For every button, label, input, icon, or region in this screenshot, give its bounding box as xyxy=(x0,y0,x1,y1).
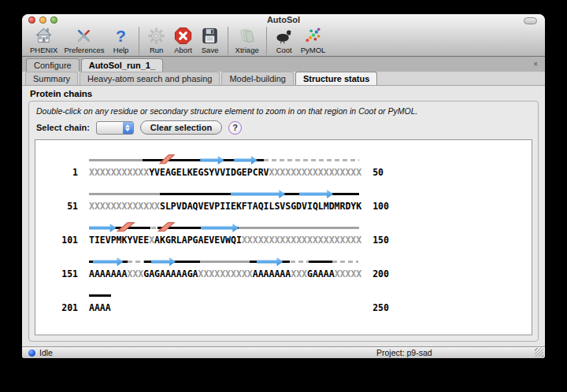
beta-strand-arrow-icon[interactable] xyxy=(201,224,239,232)
unmodeled-residues[interactable]: XXXXXXXXXX xyxy=(198,268,253,279)
phenix-button[interactable]: PHENIX xyxy=(30,26,57,54)
traffic-lights xyxy=(28,17,57,24)
beta-strand-arrow-icon[interactable] xyxy=(89,224,117,232)
residue-number-start: 51 xyxy=(50,201,78,212)
help-button[interactable]: ?Help xyxy=(111,26,132,54)
modeled-residues[interactable]: AAAA xyxy=(89,302,111,313)
toolbar-item-label: Save xyxy=(202,46,219,54)
sequence-letters[interactable]: AAAAAAAXXXGAGAAAAAGAXXXXXXXXXXAAAAAAAXXX… xyxy=(89,268,361,279)
disordered-dashes[interactable] xyxy=(332,261,358,263)
minimize-window-button[interactable] xyxy=(39,17,46,24)
preferences-button[interactable]: Preferences xyxy=(64,26,104,54)
chevron-up-down-icon xyxy=(123,122,133,134)
sequence-body: XXXXXXXXXXXXXSLPVDAQVEVPIIEKFTAQILSVSGDV… xyxy=(89,187,361,212)
zoom-window-button[interactable] xyxy=(50,17,57,24)
structure-track xyxy=(89,289,361,302)
toolbar-separator xyxy=(139,27,139,55)
beta-strand-arrow-icon[interactable] xyxy=(231,190,285,198)
unmodeled-residues[interactable]: XXXXXXXXXXXXX xyxy=(89,201,160,212)
titlebar[interactable]: AutoSol xyxy=(22,14,545,25)
question-icon: ? xyxy=(111,26,132,46)
helix-ribbon-icon[interactable] xyxy=(117,220,135,233)
modeled-residues[interactable]: AKGRLAPGAEVEVWQI xyxy=(154,235,242,246)
helix-ribbon-icon[interactable] xyxy=(159,153,175,165)
unbuilt-line[interactable] xyxy=(239,227,359,229)
status-bar: Idle Project: p9-sad xyxy=(22,346,545,358)
residue-number-end: 200 xyxy=(372,268,401,279)
run-button: Run xyxy=(146,26,167,54)
sequence-row: 101TIEVPMKYVEEXAKGRLAPGAEVEVWQIXXXXXXXXX… xyxy=(50,221,532,246)
chain-select[interactable] xyxy=(96,121,134,135)
sequence-panel[interactable]: 1XXXXXXXXXXXYVEAGELKEGSYVVIDGEPCRVXXXXXX… xyxy=(35,139,532,335)
toolbar-toggle-button[interactable] xyxy=(524,17,537,24)
structure-track xyxy=(89,153,361,167)
modeled-residues[interactable]: GAGAAAAAGA xyxy=(143,268,198,279)
subtab-model-building[interactable]: Model-building xyxy=(221,72,294,85)
toolbar-item-label: Run xyxy=(150,46,163,54)
bird-icon xyxy=(274,26,295,46)
unmodeled-residues[interactable]: XXXXXXXXXXX xyxy=(89,167,149,178)
svg-text:?: ? xyxy=(116,27,126,45)
modeled-residues[interactable]: AAAAAAA xyxy=(253,268,291,279)
resize-grip[interactable] xyxy=(535,348,543,357)
unbuilt-line[interactable] xyxy=(200,261,250,263)
toolbar-item-label: Abort xyxy=(174,46,192,54)
beta-strand-arrow-icon[interactable] xyxy=(299,190,334,198)
status-led-icon xyxy=(28,349,35,357)
sequence-letters[interactable]: XXXXXXXXXXXYVEAGELKEGSYVVIDGEPCRVXXXXXXX… xyxy=(89,167,361,178)
unmodeled-residues[interactable]: XXXXXXXXXXXXXXXXXXXXXX xyxy=(242,235,361,246)
toolbar-separator xyxy=(266,27,267,55)
subtab-heavy-atom-search-and-phasing[interactable]: Heavy-atom search and phasing xyxy=(80,72,220,85)
plates-icon xyxy=(237,26,258,46)
sequence-letters[interactable]: TIEVPMKYVEEXAKGRLAPGAEVEVWQIXXXXXXXXXXXX… xyxy=(89,235,361,246)
content-area: Protein chains Double-click on any resid… xyxy=(22,86,545,346)
subtab-summary[interactable]: Summary xyxy=(25,72,78,85)
beta-strand-arrow-icon[interactable] xyxy=(200,156,224,165)
subtab-structure-status[interactable]: Structure status xyxy=(295,72,377,85)
unmodeled-residues[interactable]: XXXXX xyxy=(335,268,362,279)
helix-ribbon-icon[interactable] xyxy=(158,220,175,233)
modeled-residues[interactable]: AAAAAAA xyxy=(89,268,127,279)
status-text: Idle xyxy=(39,348,53,357)
project-label: Project: p9-sad xyxy=(376,348,432,357)
beta-strand-arrow-icon[interactable] xyxy=(93,257,124,266)
unbuilt-line[interactable] xyxy=(89,159,143,161)
beta-strand-arrow-icon[interactable] xyxy=(234,156,258,165)
beta-strand-arrow-icon[interactable] xyxy=(257,257,284,266)
instruction-text: Double-click on any residue or secondary… xyxy=(36,106,532,116)
section-title: Protein chains xyxy=(30,89,539,98)
sequence-letters[interactable]: XXXXXXXXXXXXXSLPVDAQVEVPIIEKFTAQILSVSGDV… xyxy=(89,201,361,212)
close-window-button[interactable] xyxy=(28,17,35,24)
sequence-letters[interactable]: AAAA xyxy=(89,302,361,313)
modeled-residues[interactable]: YVEAGELKEGSYVVIDGEPCRV xyxy=(149,167,269,178)
unmodeled-residues[interactable]: XXXXXXXXXXXXXXXXX xyxy=(269,167,362,178)
pymol-button[interactable]: PyMOL xyxy=(301,26,326,54)
desktop-background: AutoSol PHENIXPreferences?HelpRunAbortSa… xyxy=(0,0,567,392)
toolbar-item-label: Xtriage xyxy=(235,46,259,54)
close-icon[interactable]: × xyxy=(533,61,538,68)
gear-icon xyxy=(146,26,167,46)
disordered-dashes[interactable] xyxy=(291,261,309,263)
unmodeled-residues[interactable]: XXX xyxy=(127,268,143,279)
tab-configure[interactable]: Configure xyxy=(26,58,80,72)
modeled-residues[interactable]: GAAAA xyxy=(307,268,335,279)
help-button[interactable]: ? xyxy=(228,121,242,135)
disordered-dashes[interactable] xyxy=(264,159,360,161)
coot-button[interactable]: Coot xyxy=(274,26,295,54)
residue-number-start: 1 xyxy=(50,167,78,178)
beta-strand-arrow-icon[interactable] xyxy=(151,257,176,266)
abort-button[interactable]: Abort xyxy=(173,26,194,54)
sequence-body: TIEVPMKYVEEXAKGRLAPGAEVEVWQIXXXXXXXXXXXX… xyxy=(89,221,361,246)
sequence-row: 151AAAAAAAXXXGAGAAAAAGAXXXXXXXXXXAAAAAAA… xyxy=(50,255,532,279)
disordered-dashes[interactable] xyxy=(151,227,158,229)
unmodeled-residues[interactable]: XXX xyxy=(291,268,307,279)
save-button[interactable]: Save xyxy=(200,26,220,54)
modeled-residues[interactable]: SLPVDAQVEVPIIEKFTAQILSVSGDVIQLMDMRDYK xyxy=(160,201,361,212)
disordered-dashes[interactable] xyxy=(128,261,144,263)
modeled-residues[interactable]: TIEVPMKYVEE xyxy=(89,235,149,246)
tab-autosol-run-1-[interactable]: AutoSol_run_1_ xyxy=(81,58,163,72)
built-line[interactable] xyxy=(89,294,111,297)
clear-selection-button[interactable]: Clear selection xyxy=(140,120,222,135)
unbuilt-line[interactable] xyxy=(89,193,160,195)
built-line[interactable] xyxy=(309,261,332,263)
